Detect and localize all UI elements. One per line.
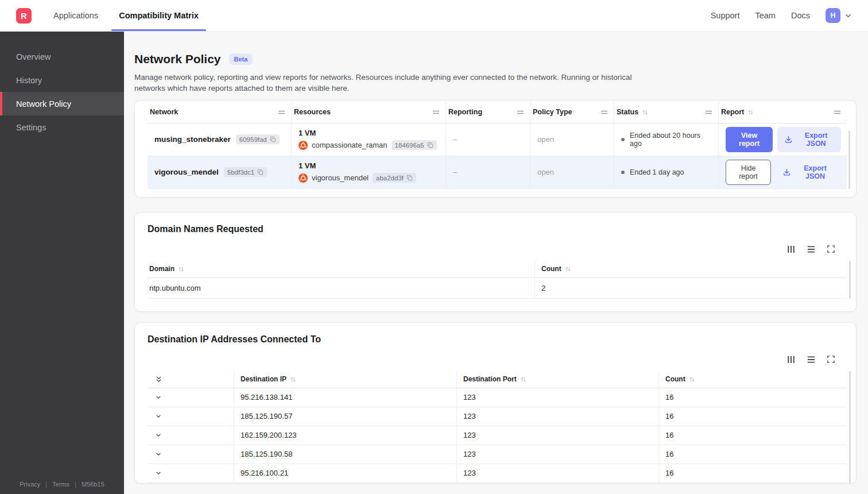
network-cell: musing_stonebraker 60959fad [148, 124, 291, 156]
expand-icon[interactable] [827, 245, 835, 253]
scrollbar[interactable] [849, 261, 851, 299]
rows-icon[interactable] [807, 355, 816, 364]
support-link[interactable]: Support [711, 11, 740, 20]
port-value: 123 [456, 388, 658, 407]
column-menu-icon[interactable] [834, 110, 841, 115]
count-value: 16 [658, 464, 847, 483]
build-hash: 5f56b15 [82, 481, 104, 488]
sidebar-item-settings[interactable]: Settings [0, 115, 124, 139]
sidebar-footer: Privacy | Terms | 5f56b15 [0, 481, 124, 494]
sort-icon[interactable] [747, 109, 754, 115]
column-header-policy-type[interactable]: Policy Type [530, 102, 614, 124]
tab-compatibility-matrix[interactable]: Compatibility Matrix [108, 0, 209, 31]
download-icon [784, 135, 793, 144]
avatar[interactable]: H [826, 8, 840, 23]
port-value: 123 [456, 464, 658, 483]
resource-name: vigorous_mendel [312, 173, 369, 182]
primary-tabs: Applications Compatibility Matrix [43, 0, 209, 31]
copy-icon[interactable] [427, 142, 433, 148]
networks-card: Network Resources Reporting Policy Type … [134, 100, 857, 198]
row-expander[interactable] [148, 426, 234, 445]
team-link[interactable]: Team [755, 11, 775, 20]
column-header-destination-port[interactable]: Destination Port [456, 371, 658, 388]
export-json-button[interactable]: Export JSON [776, 160, 841, 185]
table-row[interactable]: 185.125.190.57 123 16 [148, 407, 847, 426]
user-menu[interactable]: H [826, 8, 852, 23]
sidebar-item-network-policy[interactable]: Network Policy [0, 92, 124, 115]
scrollbar[interactable] [848, 130, 850, 189]
policy-type-cell: open [530, 156, 614, 189]
copy-icon[interactable] [406, 175, 413, 181]
status-cell: Ended 1 day ago [614, 156, 718, 189]
column-header-status[interactable]: Status [614, 102, 718, 124]
privacy-link[interactable]: Privacy [20, 481, 40, 488]
top-navbar: R Applications Compatibility Matrix Supp… [0, 0, 868, 32]
networks-table: Network Resources Reporting Policy Type … [148, 102, 847, 189]
column-header-count[interactable]: Count [534, 261, 847, 277]
column-header-reporting[interactable]: Reporting [445, 102, 530, 124]
count-value: 16 [658, 445, 847, 464]
destinations-card: Destination IP Addresses Connected To De… [134, 322, 857, 484]
copy-icon[interactable] [270, 136, 276, 142]
sidebar-item-overview[interactable]: Overview [0, 45, 124, 68]
chevron-down-icon [155, 451, 162, 458]
resources-summary: 1 VM [299, 161, 440, 170]
domains-card: Domain Names Requested Domain Count ntp.… [134, 212, 857, 312]
column-header-domain[interactable]: Domain [148, 261, 534, 277]
download-icon [782, 168, 791, 176]
network-hash-pill: 5bdf3dc1 [224, 167, 267, 177]
rows-icon[interactable] [807, 245, 816, 254]
row-expander[interactable] [148, 464, 234, 483]
column-header-network[interactable]: Network [148, 102, 291, 124]
column-header-report[interactable]: Report [718, 102, 847, 124]
sidebar: Overview History Network Policy Settings… [0, 32, 124, 494]
sort-icon[interactable] [520, 376, 526, 383]
app-logo[interactable]: R [16, 8, 32, 24]
export-json-button[interactable]: Export JSON [777, 127, 841, 152]
copy-icon[interactable] [257, 169, 264, 175]
column-menu-icon[interactable] [600, 110, 608, 115]
table-row[interactable]: ntp.ubuntu.com 2 [148, 278, 847, 299]
table-row[interactable]: 162.159.200.123 123 16 [148, 426, 847, 445]
footer-divider: | [45, 481, 47, 488]
sort-icon[interactable] [178, 266, 184, 272]
table-row[interactable]: 95.216.100.21 123 16 [148, 464, 847, 483]
columns-icon[interactable] [786, 245, 796, 254]
ip-value: 185.125.190.58 [234, 445, 456, 464]
column-menu-icon[interactable] [705, 110, 712, 115]
view-report-button[interactable]: View report [726, 127, 773, 152]
table-row[interactable]: 185.125.190.58 123 16 [148, 445, 847, 464]
count-value: 16 [658, 426, 847, 445]
table-row[interactable]: 95.216.138.141 123 16 [148, 388, 847, 407]
column-menu-icon[interactable] [517, 110, 524, 115]
sort-icon[interactable] [689, 376, 695, 383]
hide-report-button[interactable]: Hide report [726, 160, 771, 185]
row-expander[interactable] [148, 388, 234, 407]
ubuntu-icon [299, 173, 308, 183]
expand-all-toggle[interactable] [148, 371, 234, 388]
tab-applications[interactable]: Applications [43, 0, 108, 31]
sidebar-item-history[interactable]: History [0, 68, 124, 92]
column-header-destination-ip[interactable]: Destination IP [234, 371, 456, 388]
count-value: 2 [534, 278, 847, 298]
port-value: 123 [456, 445, 658, 464]
column-menu-icon[interactable] [432, 110, 440, 115]
count-value: 16 [658, 407, 847, 426]
column-header-resources[interactable]: Resources [291, 102, 445, 124]
domains-table: Domain Count ntp.ubuntu.com 2 [148, 261, 847, 299]
sort-icon[interactable] [290, 376, 296, 383]
docs-link[interactable]: Docs [791, 11, 810, 20]
destinations-table: Destination IP Destination Port Count 95… [148, 371, 847, 483]
column-header-count[interactable]: Count [658, 371, 847, 388]
chevron-down-icon [155, 470, 162, 477]
column-menu-icon[interactable] [278, 110, 285, 115]
terms-link[interactable]: Terms [52, 481, 69, 488]
sort-icon[interactable] [565, 266, 571, 272]
expand-icon[interactable] [827, 355, 835, 364]
scrollbar[interactable] [849, 371, 851, 483]
row-expander[interactable] [148, 407, 234, 426]
resources-cell: 1 VM compassionate_raman 184696a5 [291, 124, 445, 156]
sort-icon[interactable] [642, 109, 648, 115]
row-expander[interactable] [148, 445, 234, 464]
columns-icon[interactable] [786, 355, 796, 364]
